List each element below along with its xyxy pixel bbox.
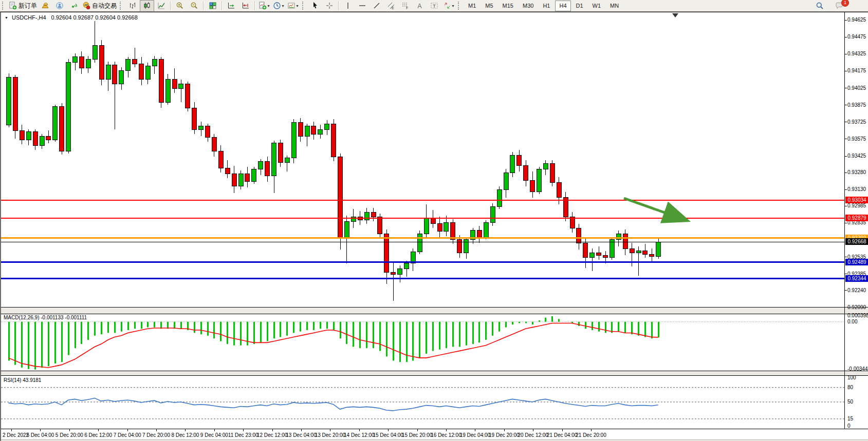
price-tick-label: 0.93725 bbox=[847, 119, 866, 125]
charts-gold-icon bbox=[41, 2, 49, 10]
new-order-button[interactable]: 新订单 bbox=[8, 0, 38, 12]
timeframe-d1-button[interactable]: D1 bbox=[572, 1, 587, 11]
line-chart-button[interactable] bbox=[154, 0, 169, 12]
date-label: 16 Dec 12:00 bbox=[431, 432, 461, 438]
chart-title-quotes: 0.92604 0.92687 0.92604 0.92668 bbox=[51, 14, 138, 21]
periods-caret-icon[interactable]: ▾ bbox=[282, 4, 284, 8]
indicators-button[interactable]: ▾ bbox=[257, 0, 271, 12]
toolbar-grip[interactable] bbox=[302, 2, 306, 10]
price-tick-label: 0.92090 bbox=[847, 304, 866, 310]
timeframe-w1-button[interactable]: W1 bbox=[588, 1, 605, 11]
auto-scroll-button[interactable] bbox=[224, 0, 238, 12]
timeframe-m5-button[interactable]: M5 bbox=[481, 1, 497, 11]
date-label: 7 Dec 20:00 bbox=[142, 432, 170, 438]
fibonacci-button[interactable]: F bbox=[398, 0, 413, 12]
price-tick-label: 0.94625 bbox=[847, 17, 866, 23]
mql-community-button[interactable] bbox=[52, 0, 67, 12]
periods-icon bbox=[273, 2, 281, 10]
toolbar: 新订单自动交易▾▾▾EFAT▾M1M5M15M30H1H4D1W1MN1 bbox=[0, 0, 868, 12]
fibonacci-icon: F bbox=[401, 2, 410, 10]
auto-trading-button[interactable]: 自动交易 bbox=[81, 0, 118, 12]
price-line-label: 0.92489 bbox=[845, 259, 868, 265]
trendline-button[interactable] bbox=[370, 0, 384, 12]
new-order-label: 新订单 bbox=[19, 2, 37, 10]
chart-menu-toggle-icon[interactable]: ▼ bbox=[5, 16, 8, 20]
price-line-label: 0.92668 bbox=[845, 238, 868, 245]
timeframe-h1-button[interactable]: H1 bbox=[539, 1, 554, 11]
timeframe-m30-button[interactable]: M30 bbox=[519, 1, 538, 11]
rsi-line bbox=[9, 398, 658, 410]
arrows-icon bbox=[443, 2, 451, 10]
rsi-axis-label: 0 bbox=[847, 423, 851, 429]
price-tick-label: 0.93875 bbox=[847, 102, 866, 108]
zoom-in-button[interactable] bbox=[173, 0, 187, 12]
line-chart-icon bbox=[157, 2, 165, 10]
toolbar-separator bbox=[338, 1, 339, 10]
price-line-label: 0.92344 bbox=[845, 275, 868, 282]
chart-shift-button[interactable] bbox=[238, 0, 253, 12]
chart-canvas[interactable] bbox=[1, 12, 868, 441]
crosshair-button[interactable] bbox=[322, 0, 337, 12]
search-button[interactable] bbox=[812, 0, 827, 12]
price-tick-label: 0.94475 bbox=[847, 34, 866, 40]
zoom-in-icon bbox=[176, 2, 184, 10]
mt4-window: { "toolbar": { "sections": [ {"type":"gr… bbox=[0, 0, 868, 441]
timeframe-h4-button[interactable]: H4 bbox=[555, 1, 570, 11]
cursor-button[interactable] bbox=[308, 0, 322, 12]
arrows-caret-icon[interactable]: ▾ bbox=[452, 4, 454, 8]
bar-chart-button[interactable] bbox=[125, 0, 140, 12]
trendline-icon bbox=[373, 2, 381, 10]
chart-title: ▼ USDCHF-,H4 0.92604 0.92687 0.92604 0.9… bbox=[5, 14, 138, 21]
vertical-line-button[interactable] bbox=[341, 0, 355, 12]
signals-icon bbox=[70, 2, 78, 10]
svg-text:E: E bbox=[392, 6, 394, 10]
notification-badge: 1 bbox=[841, 0, 849, 7]
toolbar-grip[interactable] bbox=[458, 2, 462, 10]
rsi-axis-label: 50 bbox=[847, 399, 853, 405]
equidistant-channel-button[interactable]: E bbox=[384, 0, 398, 12]
charts-gold-button[interactable] bbox=[38, 0, 52, 12]
macd-axis-min-label: -0.003447 bbox=[847, 366, 868, 372]
date-label: 15 Dec 20:00 bbox=[402, 432, 433, 438]
date-label: 5 Dec 20:00 bbox=[56, 432, 83, 438]
periods-button[interactable]: ▾ bbox=[271, 0, 286, 12]
timeframe-mn-button[interactable]: MN bbox=[606, 1, 623, 11]
text-button[interactable]: A bbox=[413, 0, 427, 12]
date-label: 19 Dec 20:00 bbox=[489, 432, 520, 438]
search-icon bbox=[816, 2, 824, 10]
vertical-line-icon bbox=[344, 2, 352, 10]
toolbar-grip[interactable] bbox=[2, 2, 6, 10]
price-line-label: 0.93034 bbox=[845, 197, 868, 203]
templates-caret-icon[interactable]: ▾ bbox=[296, 4, 298, 8]
date-label: 21 Dec 20:00 bbox=[576, 432, 606, 438]
macd-signal-line bbox=[9, 323, 658, 368]
text-label-button[interactable]: T bbox=[427, 0, 441, 12]
tile-windows-button[interactable] bbox=[206, 0, 220, 12]
indicators-caret-icon[interactable]: ▾ bbox=[267, 4, 269, 8]
timeframe-m15-button[interactable]: M15 bbox=[498, 1, 518, 11]
new-order-icon bbox=[9, 2, 17, 10]
text-label-icon: T bbox=[430, 2, 438, 10]
date-label: 12 Dec 12:00 bbox=[257, 432, 288, 438]
candlestick-chart-icon bbox=[143, 2, 151, 10]
zoom-out-button[interactable] bbox=[187, 0, 201, 12]
date-label: 9 Dec 04:00 bbox=[200, 432, 228, 438]
zoom-out-icon bbox=[190, 2, 198, 10]
candlestick-series bbox=[7, 21, 661, 301]
notifications-button[interactable]: 1 bbox=[832, 0, 846, 12]
macd-axis-max-label: 0.000398 bbox=[847, 313, 868, 318]
macd-panel bbox=[1, 316, 844, 370]
toolbar-grip[interactable] bbox=[120, 2, 124, 10]
indicators-icon bbox=[258, 2, 267, 10]
text-icon: A bbox=[416, 2, 424, 10]
arrows-button[interactable]: ▾ bbox=[441, 0, 456, 12]
svg-text:A: A bbox=[418, 3, 422, 10]
trend-arrow[interactable] bbox=[624, 198, 684, 219]
timeframe-m1-button[interactable]: M1 bbox=[464, 1, 480, 11]
chart-shift-marker[interactable] bbox=[672, 13, 678, 17]
candlestick-chart-button[interactable] bbox=[140, 0, 154, 12]
date-label: 7 Dec 04:00 bbox=[114, 432, 141, 438]
signals-button[interactable] bbox=[67, 0, 81, 12]
horizontal-line-button[interactable] bbox=[355, 0, 370, 12]
templates-button[interactable]: ▾ bbox=[286, 0, 300, 12]
